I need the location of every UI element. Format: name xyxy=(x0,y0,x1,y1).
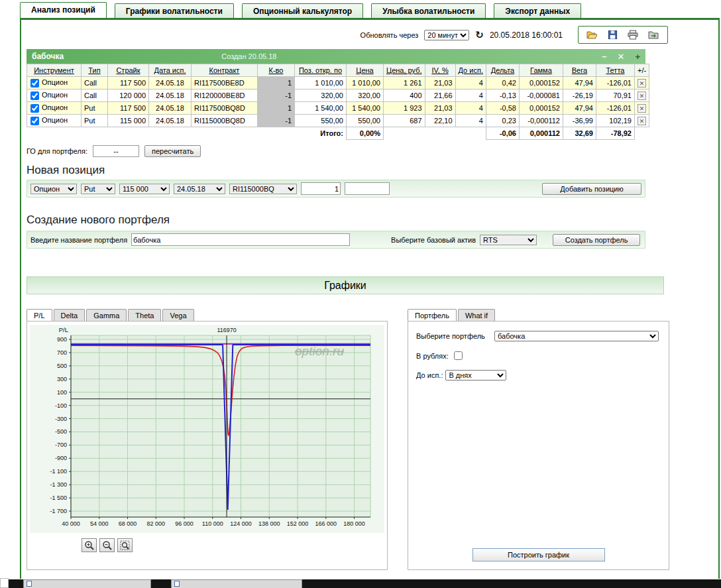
portfolio-name: бабочка xyxy=(32,52,64,61)
svg-text:96 000: 96 000 xyxy=(175,520,194,527)
main-content: Обновлять через 20 минут ↻ 20.05.2018 16… xyxy=(20,18,720,579)
add-position-button[interactable]: Добавить позицию xyxy=(542,183,641,195)
tab-4[interactable]: Экспорт данных xyxy=(494,3,581,18)
row-checkbox[interactable] xyxy=(30,117,39,125)
new-position-contract-select[interactable]: RI115000BQ xyxy=(229,184,297,194)
zoom-out-icon[interactable] xyxy=(99,538,115,552)
base-asset-label: Выберите базовый актив xyxy=(391,236,476,244)
column-header[interactable]: К-во xyxy=(258,64,295,77)
svg-text:-300: -300 xyxy=(55,416,67,422)
zoom-in-icon[interactable] xyxy=(82,538,97,552)
portfolio-name-input[interactable] xyxy=(131,233,350,246)
charts-section-title: Графики xyxy=(27,276,664,294)
row-checkbox[interactable] xyxy=(30,79,39,88)
days-mode-select[interactable]: В днях xyxy=(445,370,506,381)
chart-tab-theta[interactable]: Theta xyxy=(128,309,161,321)
recalculate-button[interactable]: пересчитать xyxy=(144,145,201,157)
delete-row-button[interactable]: ✕ xyxy=(638,91,646,100)
right-panel-tab-0[interactable]: Портфель xyxy=(408,309,457,321)
table-row: Опцион Call 120 000 24.05.18 RI120000BE8… xyxy=(27,89,649,102)
create-portfolio-button[interactable]: Создать портфель xyxy=(553,234,640,246)
column-header[interactable]: Поз. откр. по xyxy=(295,64,347,77)
svg-text:-1 100: -1 100 xyxy=(50,468,67,475)
column-header[interactable]: Гамма xyxy=(519,64,563,77)
svg-text:-900: -900 xyxy=(55,455,67,461)
new-position-instrument-select[interactable]: Опцион xyxy=(30,184,77,194)
column-header[interactable]: Инструмент xyxy=(27,64,82,77)
row-checkbox[interactable] xyxy=(30,91,39,100)
tab-3[interactable]: Улыбка волатильности xyxy=(371,3,486,18)
chart-panel: 40 00054 00068 00082 00096 000110 000124… xyxy=(27,321,388,570)
column-header[interactable]: Страйк xyxy=(108,64,149,77)
row-checkbox[interactable] xyxy=(30,104,39,113)
chart-tab-vega[interactable]: Vega xyxy=(162,309,194,321)
table-row: Опцион Put 115 000 24.05.18 RI115000BQ8D… xyxy=(27,115,649,127)
rub-label: В рублях: xyxy=(416,352,449,360)
update-interval-select[interactable]: 20 минут xyxy=(424,30,469,40)
column-header[interactable]: Тетта xyxy=(596,64,634,77)
delete-row-button[interactable]: ✕ xyxy=(638,117,646,125)
new-position-expiry-select[interactable]: 24.05.18 xyxy=(174,184,225,194)
export-folder-icon[interactable] xyxy=(648,30,659,40)
add-portfolio-icon[interactable]: + xyxy=(635,52,640,61)
svg-text:P/L: P/L xyxy=(59,326,68,333)
svg-text:40 000: 40 000 xyxy=(62,520,80,527)
portfolio-select[interactable]: бабочка xyxy=(494,331,659,341)
refresh-icon[interactable]: ↻ xyxy=(475,30,484,40)
new-position-price-input[interactable] xyxy=(345,182,390,195)
zoom-region-icon[interactable] xyxy=(117,538,133,552)
taskbar xyxy=(0,579,721,588)
right-block: ПортфельWhat if Выберите портфель бабочк… xyxy=(408,309,669,570)
charts-area: P/LDeltaGammaThetaVega 40 00054 00068 00… xyxy=(27,309,718,570)
column-header[interactable]: Вега xyxy=(563,64,596,77)
chart-tab-delta[interactable]: Delta xyxy=(54,309,85,321)
delete-row-button[interactable]: ✕ xyxy=(638,104,646,113)
portfolio-created: Создан 20.05.18 xyxy=(221,52,276,60)
open-file-icon[interactable] xyxy=(586,30,598,40)
svg-text:300: 300 xyxy=(57,376,67,382)
totals-row: Итого: 0,00% -0,06 0,000112 32,69 -78,92 xyxy=(27,127,649,140)
taskbar-corner-button[interactable] xyxy=(0,578,9,588)
collapse-portfolio-icon[interactable]: − xyxy=(602,52,607,61)
table-row: Опцион Call 117 500 24.05.18 RI117500BE8… xyxy=(27,77,649,89)
right-panel-tab-1[interactable]: What if xyxy=(458,309,495,321)
rub-checkbox[interactable] xyxy=(454,351,463,360)
column-header[interactable]: До исп. xyxy=(455,64,486,77)
base-asset-select[interactable]: RTS xyxy=(480,235,537,245)
new-position-strike-select[interactable]: 115 000 xyxy=(119,184,170,194)
close-portfolio-icon[interactable]: ✕ xyxy=(618,52,625,61)
portfolio-name-label: Введите название портфеля xyxy=(30,236,127,244)
taskbar-item[interactable] xyxy=(23,579,151,588)
update-row: Обновлять через 20 минут ↻ 20.05.2018 16… xyxy=(21,20,718,48)
chart-tab-pl[interactable]: P/L xyxy=(27,309,52,321)
go-value-input[interactable] xyxy=(93,145,139,157)
svg-text:152 000: 152 000 xyxy=(287,520,309,527)
select-portfolio-label: Выберите портфель xyxy=(416,332,494,340)
new-position-qty-input[interactable] xyxy=(301,182,341,195)
print-icon[interactable] xyxy=(628,30,638,40)
column-header[interactable]: Контракт xyxy=(192,64,258,77)
column-header[interactable]: Тип xyxy=(82,64,108,77)
tab-1[interactable]: Графики волатильности xyxy=(115,3,234,18)
build-chart-button[interactable]: Построить график xyxy=(472,548,605,561)
column-header[interactable]: IV, % xyxy=(425,64,455,77)
column-header[interactable]: Цена, руб. xyxy=(384,64,425,77)
svg-text:option.ru: option.ru xyxy=(295,344,344,358)
chart-tab-gamma[interactable]: Gamma xyxy=(86,309,127,321)
delete-row-button[interactable]: ✕ xyxy=(638,79,646,88)
svg-text:-100: -100 xyxy=(55,402,67,409)
right-panel: Выберите портфель бабочка В рублях: До и… xyxy=(408,321,669,570)
svg-text:500: 500 xyxy=(57,363,67,369)
create-portfolio-row: Введите название портфеля Выберите базов… xyxy=(27,231,645,249)
svg-text:180 000: 180 000 xyxy=(343,520,365,527)
save-icon[interactable] xyxy=(608,30,618,40)
create-portfolio-title: Создание нового портфеля xyxy=(27,213,718,227)
svg-text:-1 500: -1 500 xyxy=(50,495,67,501)
column-header[interactable]: Дата исп. xyxy=(149,64,192,77)
tab-2[interactable]: Опционный калькулятор xyxy=(242,3,363,18)
new-position-type-select[interactable]: Put xyxy=(81,184,115,194)
column-header[interactable]: Цена xyxy=(347,64,384,77)
tab-0[interactable]: Анализ позиций xyxy=(20,2,107,18)
column-header[interactable]: Дельта xyxy=(486,64,519,77)
taskbar-item[interactable] xyxy=(171,579,302,588)
